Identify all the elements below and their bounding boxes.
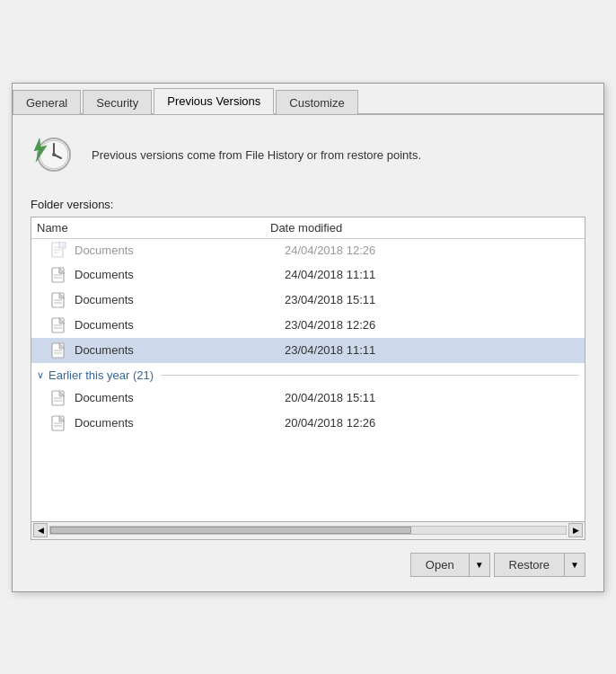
tab-customize[interactable]: Customize	[276, 90, 357, 114]
tab-bar: General Security Previous Versions Custo…	[13, 84, 603, 115]
row-filename: Documents	[75, 416, 285, 430]
info-section: Previous versions come from File History…	[31, 131, 585, 180]
tab-content: Previous versions come from File History…	[13, 115, 603, 591]
restore-button-group: Restore ▼	[494, 553, 585, 577]
svg-rect-10	[59, 242, 66, 248]
list-header: Name Date modified	[31, 217, 585, 239]
row-filename: Documents	[75, 293, 285, 306]
info-text: Previous versions come from File History…	[92, 146, 421, 164]
scroll-thumb[interactable]	[50, 527, 411, 534]
scroll-right-arrow[interactable]: ▶	[568, 523, 583, 537]
group-header-earlier-this-year[interactable]: ∨ Earlier this year (21)	[31, 363, 585, 386]
horizontal-scrollbar[interactable]: ◀ ▶	[31, 521, 585, 539]
column-date-modified: Date modified	[270, 221, 563, 235]
row-date: 23/04/2018 12:26	[285, 318, 579, 332]
list-item[interactable]: Documents 20/04/2018 12:26	[31, 411, 585, 436]
row-filename: Documents	[75, 391, 285, 404]
versions-list-container: Name Date modified	[31, 217, 585, 540]
document-icon	[51, 266, 69, 284]
group-label: Earlier this year (21)	[48, 368, 154, 382]
column-name: Name	[37, 221, 270, 235]
chevron-icon: ∨	[37, 369, 44, 381]
list-item[interactable]: Documents 23/04/2018 12:26	[31, 313, 585, 338]
row-filename: Documents	[75, 343, 285, 357]
tab-previous-versions[interactable]: Previous Versions	[154, 88, 274, 114]
group-divider	[161, 375, 579, 376]
list-item[interactable]: Documents 23/04/2018 15:11	[31, 288, 585, 313]
folder-versions-label: Folder versions:	[31, 198, 585, 211]
scroll-track[interactable]	[49, 526, 567, 535]
row-date: 24/04/2018 11:11	[285, 268, 579, 281]
document-icon	[51, 316, 69, 334]
list-item[interactable]: Documents 20/04/2018 15:11	[31, 386, 585, 411]
row-filename: Documents	[75, 318, 285, 332]
list-item[interactable]: Documents 23/04/2018 11:11	[31, 338, 585, 363]
restore-dropdown-arrow[interactable]: ▼	[565, 553, 585, 577]
document-icon	[51, 291, 69, 309]
document-icon	[51, 341, 69, 359]
open-dropdown-arrow[interactable]: ▼	[470, 553, 490, 577]
list-body[interactable]: Documents 24/04/2018 12:26 Do	[31, 239, 585, 521]
row-date: 20/04/2018 12:26	[285, 416, 579, 430]
row-filename: Documents	[75, 244, 285, 257]
tab-general[interactable]: General	[13, 90, 81, 114]
restore-button[interactable]: Restore	[494, 553, 566, 577]
row-date: 23/04/2018 15:11	[285, 293, 579, 306]
svg-point-4	[52, 153, 56, 156]
button-row: Open ▼ Restore ▼	[31, 553, 585, 577]
document-icon	[51, 242, 69, 260]
properties-window: General Security Previous Versions Custo…	[12, 83, 604, 592]
open-button[interactable]: Open	[410, 553, 470, 577]
file-history-icon	[31, 131, 79, 180]
tab-security[interactable]: Security	[83, 90, 152, 114]
open-button-group: Open ▼	[410, 553, 490, 577]
row-date: 20/04/2018 15:11	[285, 391, 579, 404]
row-filename: Documents	[75, 268, 285, 281]
document-icon	[51, 389, 69, 407]
list-item[interactable]: Documents 24/04/2018 12:26	[31, 239, 585, 262]
scroll-left-arrow[interactable]: ◀	[33, 523, 48, 537]
list-item[interactable]: Documents 24/04/2018 11:11	[31, 262, 585, 288]
row-date: 23/04/2018 11:11	[285, 343, 579, 357]
document-icon	[51, 414, 69, 432]
row-date: 24/04/2018 12:26	[285, 244, 579, 257]
